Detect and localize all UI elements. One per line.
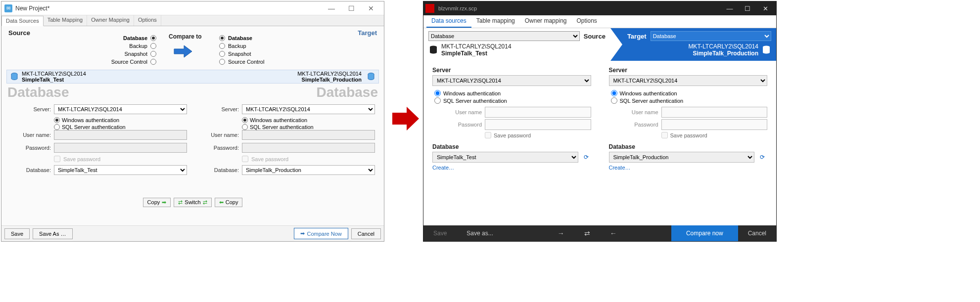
target-header: TargetDatabase MKT-LTCARLY2\SQL2014 Simp… [622,28,776,61]
database-icon [367,72,375,81]
copy-left-button[interactable]: ⬅Copy [215,198,243,207]
close-button[interactable]: ✕ [361,4,381,12]
target-type-sourcecontrol-radio[interactable] [219,59,225,65]
target-username-field[interactable] [661,107,768,118]
arrow-right-icon: ➡ [300,230,305,237]
target-db-summary: SimpleTalk_Production [192,77,362,83]
copy-right-button[interactable]: → [548,225,574,241]
target-server-summary: MKT-LTCARLY2\SQL2014 [192,71,362,77]
create-database-link[interactable]: Create… [432,165,591,171]
maximize-button[interactable]: ☐ [739,1,756,15]
type-label: Database [123,35,147,41]
target-panel: Server MKT-LTCARLY2\SQL2014 Windows auth… [600,62,777,225]
source-savepass-checkbox[interactable] [54,156,60,162]
save-button[interactable]: Save [423,225,457,241]
target-password-field[interactable] [661,119,768,130]
source-db-summary: SimpleTalk_Test [441,50,512,57]
copy-left-button[interactable]: ← [600,225,627,241]
save-button[interactable]: Save [4,228,30,239]
target-auth-windows[interactable]: Windows authentication [242,117,375,123]
save-as-button[interactable]: Save as... [457,225,503,241]
transition-arrow-icon [391,104,420,135]
tab-table-mapping[interactable]: Table Mapping [44,15,88,26]
target-server-select[interactable]: MKT-LTCARLY2\SQL2014 [242,104,375,114]
compare-now-button[interactable]: ➡Compare Now [294,228,348,239]
new-footer: Save Save as... → ⇄ ← Compare now Cancel [423,225,776,241]
switch-button[interactable]: ⇄Switch⇄ [174,198,211,207]
source-savepass-checkbox[interactable] [485,132,491,138]
password-label: Password: [204,145,239,151]
source-auth-sql[interactable]: SQL Server authentication [54,124,187,130]
maximize-button[interactable]: ☐ [341,4,361,12]
tab-owner-mapping[interactable]: Owner mapping [520,15,572,28]
target-password-field[interactable] [242,143,375,153]
target-form: Server:MKT-LTCARLY2\SQL2014 Windows auth… [204,104,375,178]
tab-options[interactable]: Options [134,15,161,26]
radio-icon [434,90,441,96]
connection-panels: Server MKT-LTCARLY2\SQL2014 Windows auth… [423,62,776,225]
source-server-select[interactable]: MKT-LTCARLY2\SQL2014 [432,75,591,86]
minimize-button[interactable]: — [721,1,739,15]
source-type-backup-radio[interactable] [150,43,156,49]
refresh-icon[interactable]: ⟳ [581,152,591,162]
cancel-button[interactable]: Cancel [738,225,776,241]
save-as-button[interactable]: Save As … [33,228,72,239]
target-type-database-radio[interactable] [219,35,225,41]
target-db-summary: SimpleTalk_Production [688,50,758,57]
database-label: Database: [16,167,51,173]
type-label: Source Control [228,59,264,65]
target-type-backup-radio[interactable] [219,43,225,49]
target-database-select[interactable]: SimpleTalk_Production [242,165,375,175]
server-label: Server: [204,106,239,112]
source-type-sourcecontrol-radio[interactable] [150,59,156,65]
target-savepass-checkbox[interactable] [661,132,668,138]
source-server-summary: MKT-LTCARLY2\SQL2014 [441,43,512,50]
tab-data-sources[interactable]: Data sources [426,15,471,28]
source-type-database-radio[interactable] [150,35,156,41]
source-server-select[interactable]: MKT-LTCARLY2\SQL2014 [54,104,187,114]
target-server-select[interactable]: MKT-LTCARLY2\SQL2014 [609,75,768,86]
target-auth-sql[interactable]: SQL Server authentication [242,124,375,130]
source-username-field[interactable] [54,130,187,140]
source-username-field[interactable] [485,107,591,118]
create-database-link[interactable]: Create… [609,165,768,171]
source-type-select[interactable]: Database [428,31,580,41]
radio-icon [242,124,248,130]
target-type-snapshot-radio[interactable] [219,51,225,57]
tab-data-sources[interactable]: Data Sources [1,16,44,26]
source-database-select[interactable]: SimpleTalk_Test [432,152,578,163]
target-auth-sql[interactable]: SQL Server authentication [611,97,768,104]
tab-owner-mapping[interactable]: Owner Mapping [87,15,134,26]
tab-options[interactable]: Options [571,15,602,28]
target-type-select[interactable]: Database [651,31,771,41]
compare-now-button[interactable]: Compare now [671,225,738,241]
source-auth-sql[interactable]: SQL Server authentication [434,97,591,104]
source-database-select[interactable]: SimpleTalk_Test [54,165,187,175]
source-panel: Server MKT-LTCARLY2\SQL2014 Windows auth… [423,62,600,225]
radio-icon [611,90,617,96]
target-auth-windows[interactable]: Windows authentication [611,90,768,96]
window-title: blzvnmlr.rzx.scp [438,5,721,11]
source-auth-windows[interactable]: Windows authentication [54,117,187,123]
radio-icon [242,117,248,123]
cancel-button[interactable]: Cancel [351,228,381,239]
minimize-button[interactable]: — [322,4,341,12]
copy-right-button[interactable]: Copy➡ [143,198,171,207]
source-type-snapshot-radio[interactable] [150,51,156,57]
source-heading: Source [584,33,606,40]
tab-table-mapping[interactable]: Table mapping [471,15,520,28]
window-title: New Project* [15,5,322,12]
source-password-field[interactable] [54,143,187,153]
radio-icon [611,97,617,104]
target-username-field[interactable] [242,130,375,140]
username-label: User name [432,109,482,115]
refresh-icon[interactable]: ⟳ [757,152,767,162]
compare-to-label: Compare to [169,33,202,40]
target-database-select[interactable]: SimpleTalk_Production [609,152,755,163]
target-savepass-checkbox[interactable] [242,156,248,162]
switch-button[interactable]: ⇄ [574,225,600,241]
close-button[interactable]: ✕ [756,1,774,15]
source-auth-windows[interactable]: Windows authentication [434,90,591,96]
source-header: DatabaseSource MKT-LTCARLY2\SQL2014 Simp… [423,28,610,61]
source-password-field[interactable] [485,119,591,130]
